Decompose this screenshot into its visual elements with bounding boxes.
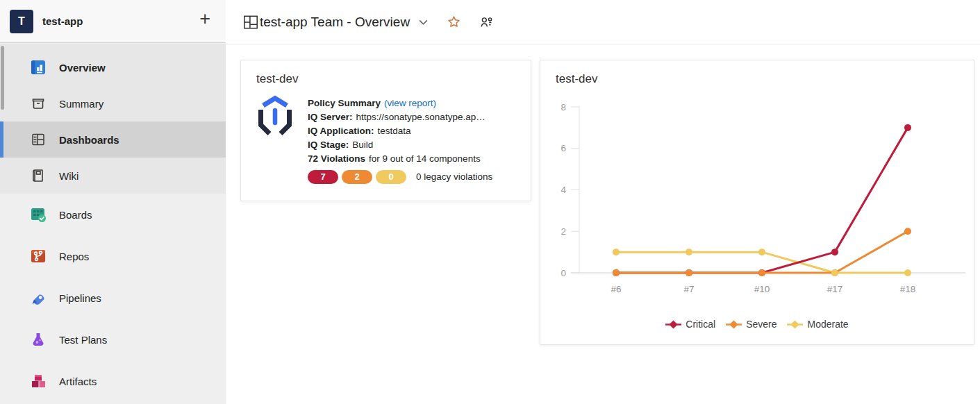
y-axis-label: 8	[560, 102, 566, 112]
sidebar-item-label: Pipelines	[59, 292, 101, 304]
sidebar-item-repos[interactable]: Repos	[0, 235, 226, 277]
page-title: test-app Team - Overview	[260, 15, 410, 30]
overview-icon	[29, 58, 47, 76]
sidebar-item-label: Summary	[59, 98, 103, 110]
policy-summary-line: Policy Summary(view report)	[308, 96, 492, 110]
iq-server-value: https://sonatype.sonatype.ap…	[356, 112, 485, 122]
sidebar-item-label: Test Plans	[59, 334, 107, 346]
x-axis-label: #7	[683, 284, 694, 294]
data-point-moderate-#18[interactable]	[904, 269, 911, 276]
legend-label: Critical	[686, 319, 715, 330]
data-point-moderate-#7[interactable]	[686, 249, 692, 255]
y-axis-label: 0	[560, 268, 566, 278]
y-axis-label: 6	[560, 143, 566, 153]
legend-item-moderate[interactable]: Moderate	[787, 319, 848, 330]
legend-label: Severe	[746, 319, 776, 330]
sidebar-item-label: Wiki	[59, 170, 78, 182]
sidebar-item-label: Artifacts	[59, 376, 97, 387]
iq-stage-line: IQ Stage:Build	[308, 138, 492, 152]
sidebar-item-overview[interactable]: Overview	[0, 49, 226, 85]
iq-stage-value: Build	[352, 140, 373, 150]
sidebar-item-label: Dashboards	[59, 134, 119, 146]
sidebar: T test-app + OverviewSummaryDashboardsWi…	[0, 0, 226, 404]
policy-summary-body: Policy Summary(view report) IQ Server:ht…	[308, 96, 492, 184]
legend-marker-critical	[665, 320, 681, 329]
trend-chart-widget: test-dev 02468#6#7#10#17#18 CriticalSeve…	[540, 60, 974, 345]
violations-trend-chart: 02468#6#7#10#17#18	[540, 60, 974, 310]
legend-marker-moderate	[787, 320, 803, 329]
iq-server-label: IQ Server:	[308, 112, 353, 122]
sidebar-item-wiki[interactable]: Wiki	[0, 158, 226, 194]
moderate-count-badge: 0	[376, 170, 406, 184]
project-name[interactable]: test-app	[42, 15, 83, 27]
iq-application-value: testdata	[378, 126, 411, 136]
data-point-severe-#18[interactable]	[904, 228, 911, 235]
sidebar-item-pipelines[interactable]: Pipelines	[0, 277, 226, 319]
sidebar-item-summary[interactable]: Summary	[0, 85, 226, 121]
widget-title: test-dev	[256, 72, 298, 86]
chevron-down-icon[interactable]	[417, 16, 429, 28]
sidebar-hub-group: OverviewSummaryDashboardsWiki	[0, 44, 226, 194]
chart-legend: CriticalSevereModerate	[540, 319, 974, 330]
sidebar-item-test-plans[interactable]: Test Plans	[0, 319, 226, 360]
iq-stage-label: IQ Stage:	[308, 140, 349, 150]
sidebar-item-artifacts[interactable]: Artifacts	[0, 360, 226, 402]
data-point-severe-#6[interactable]	[613, 269, 620, 276]
view-report-link[interactable]: (view report)	[384, 98, 436, 108]
policy-summary-widget: test-dev Policy Summary(view report) IQ …	[240, 60, 531, 201]
dashboard-grid-icon	[242, 13, 260, 31]
azure-devops-dashboard-page: { "colors": { "critical": "#bd1c3b", "se…	[0, 0, 980, 404]
data-point-critical-#18[interactable]	[904, 124, 911, 131]
boards-icon	[29, 205, 47, 224]
iq-application-line: IQ Application:testdata	[308, 124, 492, 138]
x-axis-label: #18	[900, 284, 916, 294]
violations-line: 72 Violationsfor 9 out of 14 components	[308, 152, 492, 166]
dashboards-icon	[29, 131, 47, 149]
iq-application-label: IQ Application:	[308, 126, 374, 136]
x-axis-label: #6	[611, 284, 621, 294]
dashboard-header: test-app Team - Overview	[226, 0, 980, 44]
data-point-severe-#7[interactable]	[686, 269, 692, 276]
data-point-moderate-#6[interactable]	[613, 249, 620, 255]
data-point-critical-#17[interactable]	[831, 249, 838, 255]
x-axis-label: #17	[827, 284, 843, 294]
wiki-icon	[29, 167, 47, 185]
x-axis-label: #10	[754, 284, 770, 294]
violations-count-label: 72 Violations	[308, 153, 365, 164]
repos-icon	[29, 247, 47, 265]
legend-marker-severe	[726, 320, 742, 329]
legend-label: Moderate	[807, 319, 848, 330]
legend-item-critical[interactable]: Critical	[665, 319, 715, 330]
add-button[interactable]: +	[199, 10, 210, 28]
y-axis-label: 2	[560, 226, 566, 237]
project-avatar[interactable]: T	[10, 10, 33, 33]
sidebar-item-label: Repos	[59, 251, 89, 262]
policy-summary-label: Policy Summary	[308, 98, 381, 108]
iq-server-line: IQ Server:https://sonatype.sonatype.ap…	[308, 110, 492, 124]
violations-detail: for 9 out of 14 components	[369, 153, 481, 164]
critical-count-badge: 7	[308, 170, 338, 184]
badge-container: 720	[308, 170, 410, 184]
data-point-moderate-#10[interactable]	[758, 249, 765, 255]
sidebar-item-dashboards[interactable]: Dashboards	[0, 121, 226, 158]
sidebar-item-label: Overview	[59, 62, 106, 74]
favorite-star-icon[interactable]	[447, 15, 461, 29]
legend-item-severe[interactable]: Severe	[726, 319, 776, 330]
legacy-violations-text: 0 legacy violations	[416, 170, 492, 184]
severe-count-badge: 2	[342, 170, 372, 184]
violation-badges-row: 720 0 legacy violations	[308, 170, 492, 184]
summary-icon	[29, 94, 47, 112]
data-point-moderate-#17[interactable]	[831, 269, 838, 276]
team-icon[interactable]	[479, 15, 495, 30]
sidebar-service-group: BoardsReposPipelinesTest PlansArtifacts	[0, 194, 226, 402]
project-header: T test-app +	[0, 0, 226, 43]
artifacts-icon	[29, 372, 47, 390]
data-point-severe-#10[interactable]	[758, 269, 765, 276]
pipelines-icon	[29, 289, 47, 307]
sidebar-item-label: Boards	[59, 209, 92, 221]
y-axis-label: 4	[560, 185, 566, 195]
sidebar-scrollbar[interactable]	[1, 46, 4, 110]
sonatype-lifecycle-logo	[255, 94, 295, 143]
test-plans-icon	[29, 330, 47, 348]
sidebar-item-boards[interactable]: Boards	[0, 194, 226, 235]
